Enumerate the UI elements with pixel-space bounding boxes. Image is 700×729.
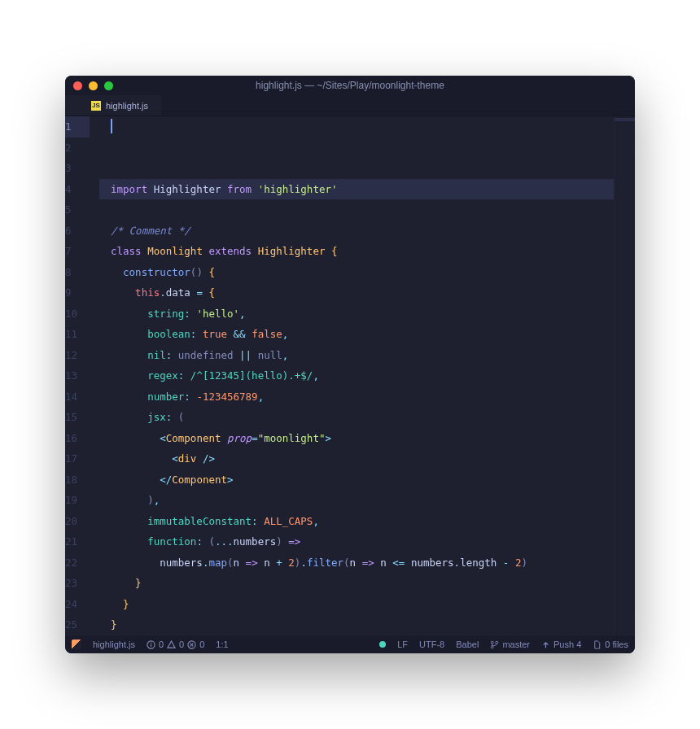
code-line[interactable]: function: (...numbers) =>	[99, 531, 614, 552]
code-line[interactable]: }	[99, 594, 614, 615]
status-eol[interactable]: LF	[397, 640, 408, 649]
tab-file[interactable]: JS highlight.js	[65, 95, 161, 116]
status-branch[interactable]: master	[490, 640, 530, 649]
gutter-line[interactable]: 13	[65, 365, 90, 386]
gutter-line[interactable]: 8	[65, 262, 90, 283]
text-cursor	[111, 119, 112, 133]
gutter-line[interactable]: 2	[65, 138, 90, 159]
gutter-line[interactable]: 11	[65, 324, 90, 345]
code-area[interactable]: import Highlighter from 'highlighter'/* …	[99, 116, 614, 635]
titlebar[interactable]: highlight.js — ~/Sites/Play/moonlight-th…	[65, 76, 635, 95]
gutter-line[interactable]: 3	[65, 158, 90, 179]
gutter-line[interactable]: 12	[65, 345, 90, 366]
code-line[interactable]: number: -123456789,	[99, 386, 614, 408]
warning-icon	[167, 640, 176, 649]
push-up-icon	[541, 640, 550, 649]
gutter-line[interactable]: 20	[65, 511, 90, 532]
svg-point-6	[492, 641, 494, 644]
code-line[interactable]: }	[99, 573, 614, 594]
gutter-line[interactable]: 23	[65, 573, 90, 594]
code-line[interactable]	[99, 199, 614, 220]
status-file[interactable]: highlight.js	[93, 640, 135, 649]
gutter-line[interactable]: 25	[65, 614, 90, 635]
window-title: highlight.js — ~/Sites/Play/moonlight-th…	[65, 80, 635, 91]
code-line[interactable]: nil: undefined || null,	[99, 345, 614, 366]
status-diagnostics[interactable]: 0 0 0	[147, 640, 204, 649]
code-line[interactable]: jsx: (	[99, 407, 614, 428]
gutter-line[interactable]: 1	[65, 116, 90, 138]
diag-info-count: 0	[159, 640, 164, 649]
status-ok-icon	[379, 641, 386, 648]
gutter-line[interactable]: 10	[65, 303, 90, 325]
code-line[interactable]: regex: /^[12345](hello).+$/,	[99, 365, 614, 386]
code-line[interactable]: import Highlighter from 'highlighter'	[99, 179, 614, 200]
code-line[interactable]: this.data = {	[99, 282, 614, 303]
status-cursor[interactable]: 1:1	[216, 640, 228, 649]
gutter-line[interactable]: 7	[65, 241, 90, 262]
code-line[interactable]: boolean: true && false,	[99, 324, 614, 345]
code-line[interactable]: ),	[99, 490, 614, 511]
gutter-line[interactable]: 24	[65, 594, 90, 615]
code-line[interactable]: <div />	[99, 448, 614, 469]
gutter-line[interactable]: 5	[65, 199, 90, 220]
gutter-line[interactable]: 6	[65, 220, 90, 242]
code-line[interactable]: <Component prop="moonlight">	[99, 428, 614, 449]
svg-rect-2	[151, 642, 151, 643]
gutter-line[interactable]: 19	[65, 490, 90, 511]
tabbar: JS highlight.js	[65, 95, 635, 116]
gutter-line[interactable]: 4	[65, 179, 90, 200]
git-branch-icon	[490, 640, 499, 649]
minimap[interactable]	[614, 116, 635, 635]
code-line[interactable]	[99, 635, 614, 636]
diag-warn-count: 0	[179, 640, 184, 649]
svg-point-7	[492, 645, 494, 648]
code-line[interactable]: string: 'hello',	[99, 303, 614, 325]
file-icon	[593, 640, 602, 649]
gutter-line[interactable]: 21	[65, 531, 90, 552]
diag-err-count: 0	[199, 640, 204, 649]
statusbar: highlight.js 0 0 0 1:1 LF UTF-8 Babel ma…	[65, 635, 635, 653]
branch-name: master	[502, 640, 530, 649]
code-line[interactable]: /* Comment */	[99, 220, 614, 242]
svg-point-8	[496, 641, 498, 644]
status-encoding[interactable]: UTF-8	[419, 640, 444, 649]
gutter-line[interactable]: 22	[65, 552, 90, 574]
files-label: 0 files	[605, 640, 628, 649]
code-line[interactable]: </Component>	[99, 469, 614, 491]
code-line[interactable]: constructor() {	[99, 262, 614, 283]
gutter-line[interactable]: 15	[65, 407, 90, 428]
push-label: Push 4	[553, 640, 581, 649]
editor: 1234567891011121314151617181920212223242…	[65, 116, 635, 635]
app-logo-icon[interactable]	[72, 640, 81, 649]
tab-label: highlight.js	[106, 101, 148, 111]
error-icon	[187, 640, 196, 649]
gutter-line[interactable]: 16	[65, 428, 90, 449]
status-push[interactable]: Push 4	[541, 640, 581, 649]
gutter-line[interactable]: 18	[65, 469, 90, 491]
gutter[interactable]: 1234567891011121314151617181920212223242…	[65, 116, 99, 635]
status-files[interactable]: 0 files	[593, 640, 628, 649]
code-line[interactable]: }	[99, 614, 614, 635]
info-icon	[147, 640, 155, 649]
svg-rect-1	[151, 644, 151, 646]
gutter-line[interactable]: 14	[65, 386, 90, 408]
gutter-line[interactable]: 17	[65, 448, 90, 469]
code-line[interactable]: numbers.map(n => n + 2).filter(n => n <=…	[99, 552, 614, 574]
editor-window: highlight.js — ~/Sites/Play/moonlight-th…	[65, 76, 635, 653]
code-line[interactable]: immutableConstant: ALL_CAPS,	[99, 511, 614, 532]
code-line[interactable]: class Moonlight extends Highlighter {	[99, 241, 614, 262]
js-file-icon: JS	[91, 101, 101, 111]
gutter-line[interactable]: 9	[65, 282, 90, 303]
status-lang[interactable]: Babel	[456, 640, 479, 649]
